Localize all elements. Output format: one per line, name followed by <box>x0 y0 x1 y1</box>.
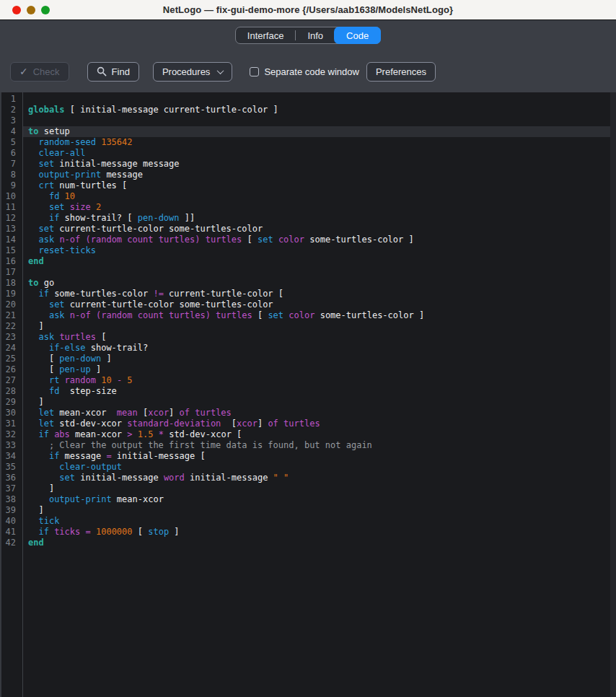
zoom-window-button[interactable] <box>41 6 50 14</box>
code-line[interactable]: if ticks = 1000000 [ stop ] <box>23 527 616 538</box>
code-token <box>28 516 38 526</box>
line-number: 38 <box>1 494 22 505</box>
code-line[interactable]: tick <box>23 516 616 527</box>
code-token <box>28 148 38 158</box>
code-line[interactable]: let mean-xcor mean [xcor] of turtles <box>23 408 616 418</box>
code-line[interactable]: ; Clear the output the first time data i… <box>23 440 616 451</box>
code-token: if <box>38 429 48 439</box>
code-line[interactable]: fd 10 <box>23 191 616 202</box>
code-token <box>59 375 64 385</box>
code-line[interactable]: fd step-size <box>23 386 616 397</box>
code-token: set <box>38 159 54 169</box>
code-line[interactable]: if show-trail? [ pen-down ]] <box>23 213 616 224</box>
code-line[interactable]: ask turtles [ <box>23 332 616 343</box>
window-title: NetLogo — fix-gui-demo-more {/Users/aab1… <box>0 4 616 15</box>
code-line[interactable]: clear-all <box>23 148 616 159</box>
code-token <box>28 224 38 234</box>
code-line[interactable]: output-print message <box>23 170 616 180</box>
scrollbar-track[interactable] <box>610 92 616 697</box>
code-line[interactable]: reset-ticks <box>23 245 616 256</box>
code-line[interactable]: random-seed 135642 <box>23 137 616 148</box>
code-line[interactable]: end <box>23 538 616 548</box>
code-line[interactable]: clear-output <box>23 462 616 473</box>
find-button[interactable]: Find <box>87 62 139 82</box>
code-line[interactable]: ] <box>23 505 616 516</box>
code-token: ] <box>28 321 44 331</box>
code-line[interactable]: ] <box>23 321 616 332</box>
code-token: xcor <box>148 408 169 418</box>
line-number: 27 <box>1 375 22 386</box>
code-line[interactable]: output-print mean-xcor <box>23 494 616 505</box>
tab-bar: Interface Info Code <box>235 27 381 44</box>
code-token: [ <box>138 408 148 418</box>
code-line[interactable]: set initial-message message <box>23 159 616 170</box>
separate-code-window-checkbox[interactable] <box>250 67 259 76</box>
code-token <box>28 170 38 180</box>
code-line[interactable] <box>23 267 616 278</box>
code-token: fd <box>49 191 59 201</box>
line-number: 34 <box>1 451 22 462</box>
code-line[interactable]: crt num-turtles [ <box>23 180 616 191</box>
code-line[interactable]: ] <box>23 397 616 408</box>
code-token: ]] <box>180 213 195 223</box>
code-line[interactable]: end <box>23 256 616 267</box>
close-window-button[interactable] <box>12 6 21 14</box>
code-token: [ <box>221 418 237 429</box>
code-line[interactable]: set current-turtle-color some-turtles-co… <box>23 224 616 234</box>
procedures-dropdown[interactable]: Procedures <box>153 62 232 82</box>
tab-code[interactable]: Code <box>334 27 381 44</box>
code-token: random-seed <box>38 137 95 147</box>
line-number: 12 <box>1 213 22 224</box>
code-line[interactable]: ] <box>23 483 616 494</box>
code-line[interactable]: set size 2 <box>23 202 616 213</box>
tab-info[interactable]: Info <box>296 27 335 43</box>
code-line[interactable]: [ pen-down ] <box>23 354 616 364</box>
code-token: some-turtles-color ] <box>314 310 424 320</box>
code-line[interactable]: let std-dev-xcor standard-deviation [xco… <box>23 418 616 429</box>
code-token <box>91 527 96 537</box>
code-line[interactable]: [ pen-up ] <box>23 364 616 375</box>
line-number: 2 <box>1 105 22 115</box>
code-line[interactable]: if message = initial-message [ <box>23 451 616 462</box>
code-token <box>28 527 38 537</box>
code-line[interactable]: rt random 10 - 5 <box>23 375 616 386</box>
code-token: message <box>59 451 106 461</box>
code-token <box>273 234 278 245</box>
code-line[interactable]: to go <box>23 278 616 289</box>
code-token: ] <box>169 527 179 537</box>
minimize-window-button[interactable] <box>27 6 35 14</box>
tab-interface[interactable]: Interface <box>236 27 296 43</box>
preferences-button[interactable]: Preferences <box>366 62 436 82</box>
code-line[interactable]: set initial-message word initial-message… <box>23 473 616 483</box>
code-token: if <box>49 451 59 461</box>
code-line[interactable]: if-else show-trail? <box>23 343 616 354</box>
code-token: reset-ticks <box>38 245 95 255</box>
code-line[interactable]: ask n-of (random count turtles) turtles … <box>23 234 616 245</box>
code-line[interactable]: if some-turtles-color != current-turtle-… <box>23 289 616 299</box>
editor-gutter: 1234567891011121314151617181920212223242… <box>1 92 23 697</box>
code-token: end <box>28 538 44 548</box>
code-token: globals <box>28 105 65 115</box>
code-token <box>65 310 70 320</box>
code-line[interactable] <box>23 94 616 105</box>
code-line[interactable] <box>23 115 616 126</box>
code-line[interactable]: set current-turtle-color some-turtles-co… <box>23 299 616 310</box>
code-token: initial-message message <box>54 159 179 169</box>
code-editor[interactable]: 1234567891011121314151617181920212223242… <box>0 92 616 697</box>
code-line[interactable]: if abs mean-xcor > 1.5 * std-dev-xcor [ <box>23 429 616 440</box>
code-line[interactable]: to setup <box>23 126 616 137</box>
code-token: random <box>65 375 96 385</box>
tab-code-label: Code <box>346 30 369 41</box>
code-token: current-turtle-color some-turtles-color <box>54 224 263 234</box>
code-line[interactable]: globals [ initial-message current-turtle… <box>23 105 616 115</box>
code-token <box>200 234 205 245</box>
code-token: size <box>70 202 91 212</box>
check-button[interactable]: ✓ Check <box>10 62 69 82</box>
line-number: 25 <box>1 354 22 364</box>
code-line[interactable]: ask n-of (random count turtles) turtles … <box>23 310 616 321</box>
code-token <box>28 245 38 255</box>
code-token: [ <box>96 332 106 342</box>
code-token: set <box>49 202 65 212</box>
code-token: some-turtles-color ] <box>304 234 414 245</box>
code-token: step-size <box>59 386 116 396</box>
